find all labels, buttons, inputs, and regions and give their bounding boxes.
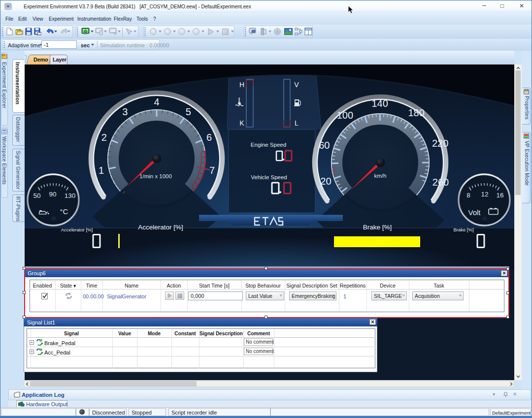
svg-text:50: 50 — [33, 192, 40, 199]
svg-text:V: V — [294, 81, 299, 89]
svg-text:2: 2 — [101, 132, 107, 143]
svg-text:Engine Speed: Engine Speed — [251, 142, 286, 148]
svg-text:60: 60 — [319, 140, 330, 151]
svg-text:1: 1 — [99, 165, 104, 176]
svg-text:8: 8 — [466, 192, 470, 199]
svg-text:220: 220 — [432, 138, 448, 149]
svg-text:Brake [%]: Brake [%] — [453, 227, 473, 232]
svg-text:°C: °C — [60, 207, 68, 216]
svg-text:12: 12 — [481, 191, 488, 198]
svg-text:260: 260 — [432, 177, 449, 188]
svg-text:Accelerator [%]: Accelerator [%] — [138, 224, 183, 231]
svg-text:km/h: km/h — [374, 173, 387, 179]
svg-text:20: 20 — [320, 176, 331, 187]
svg-text:4: 4 — [154, 96, 159, 107]
svg-text:Brake [%]: Brake [%] — [363, 224, 392, 231]
svg-text:90: 90 — [49, 191, 56, 198]
svg-text:100: 100 — [337, 110, 353, 121]
svg-text:K: K — [239, 119, 244, 127]
svg-text:180: 180 — [408, 107, 424, 118]
svg-text:6: 6 — [206, 132, 212, 143]
svg-text:130: 130 — [65, 192, 76, 199]
svg-text:L: L — [295, 119, 299, 127]
svg-text:140: 140 — [371, 98, 388, 109]
svg-text:16: 16 — [496, 192, 503, 199]
svg-text:Accelerator [%]: Accelerator [%] — [61, 227, 93, 232]
svg-text:5: 5 — [186, 106, 191, 117]
svg-text:7: 7 — [209, 165, 215, 176]
svg-text:H: H — [239, 81, 244, 89]
svg-text:3: 3 — [122, 106, 128, 117]
svg-text:Volt: Volt — [468, 208, 481, 217]
svg-text:Vehicle Speed: Vehicle Speed — [251, 174, 287, 180]
svg-text:1/min x 1000: 1/min x 1000 — [139, 173, 172, 179]
